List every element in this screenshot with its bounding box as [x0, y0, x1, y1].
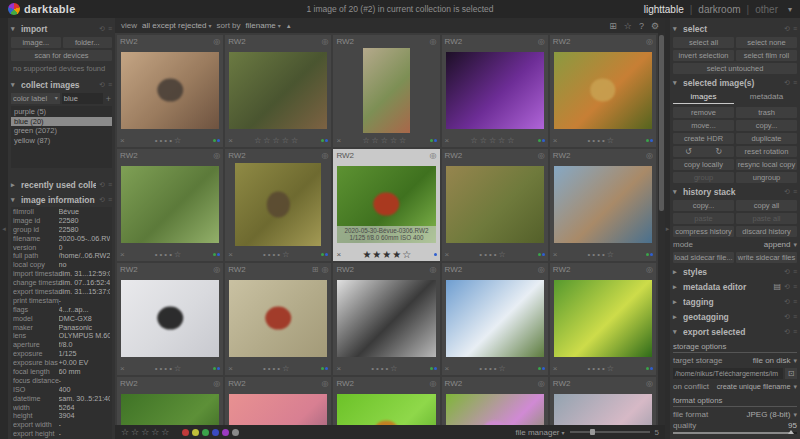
discard-history-button[interactable]: discard history [736, 226, 797, 237]
grouping-icon[interactable]: ◎ [430, 37, 437, 46]
grouping-icon[interactable]: ◎ [646, 379, 653, 388]
export-path-input[interactable]: /home/nikus/Téléchargements/im [673, 368, 783, 379]
collection-item[interactable]: yellow (87) [11, 136, 112, 146]
reset-icon[interactable]: ⟲ [99, 181, 105, 189]
create-hdr-button[interactable]: create HDR [673, 133, 734, 144]
collection-item[interactable]: green (2072) [11, 126, 112, 136]
thumbnail[interactable]: RW2◎×••••☆ [550, 35, 656, 147]
grouping-icon[interactable]: ◎ [646, 265, 653, 274]
grouping-icon[interactable]: ◎ [213, 151, 220, 160]
reset-icon[interactable]: ⟲ [99, 196, 105, 204]
grouping-icon[interactable]: ◎ [213, 265, 220, 274]
grid-group-icon[interactable]: ⊞ [312, 265, 319, 274]
zoom-slider[interactable] [570, 431, 650, 433]
panel-header-geotagging[interactable]: ▸geotagging⟲≡ [673, 310, 797, 323]
paste-all-button[interactable]: paste all [736, 213, 797, 224]
trash-button[interactable]: trash [736, 107, 797, 118]
write-sidecar-files-button[interactable]: write sidecar files [736, 252, 797, 263]
rating-filter-stars[interactable]: ☆☆☆☆☆ [121, 427, 171, 437]
star-rating[interactable]: ☆☆☆☆☆ [449, 136, 538, 145]
color-filter-dot[interactable] [192, 429, 199, 436]
star-rating[interactable]: ••••☆ [233, 364, 322, 373]
color-filter-dot[interactable] [202, 429, 209, 436]
collect-value-input[interactable]: blue [62, 93, 103, 104]
color-filter-dot[interactable] [232, 429, 239, 436]
select-all-button[interactable]: select all [673, 37, 734, 48]
group-button[interactable]: group [673, 172, 734, 183]
move-button[interactable]: move... [673, 120, 734, 131]
thumbnail[interactable]: RW2◎×☆☆☆☆☆ [225, 35, 331, 147]
panel-header-export-selected[interactable]: ▾export selected⟲≡ [673, 325, 797, 338]
rotate-cw-button[interactable]: ↻ [704, 146, 735, 157]
grouping-icon[interactable]: ◎ [538, 37, 545, 46]
presets-icon[interactable]: ≡ [793, 268, 797, 275]
reset-rotation-button[interactable]: reset rotation [736, 146, 797, 157]
thumbnail[interactable]: RW2◎×••••☆ [117, 149, 223, 261]
panel-header-recently-used-collections[interactable]: ▸recently used collections⟲≡ [11, 178, 112, 191]
presets-icon[interactable]: ≡ [108, 81, 112, 88]
zoom-slider-thumb[interactable] [590, 429, 595, 435]
star-rating[interactable]: ☆☆☆☆☆ [233, 136, 322, 145]
tab-images[interactable]: images [673, 91, 734, 104]
panel-header-image-information[interactable]: ▾image information⟲≡ [11, 193, 112, 206]
collection-item[interactable]: blue (20) [11, 117, 112, 127]
presets-icon[interactable]: ≡ [793, 25, 797, 32]
thumbnail[interactable]: RW2◎×••••☆ [442, 149, 548, 261]
panel-header-selected-images[interactable]: ▾selected image(s)⟲≡ [673, 76, 797, 89]
reset-icon[interactable]: ⟲ [784, 313, 790, 321]
star-rating[interactable]: ••••☆ [557, 136, 646, 145]
star-rating[interactable]: ••••☆ [557, 364, 646, 373]
target-storage-dropdown[interactable]: file on disk [753, 356, 791, 365]
thumbnail[interactable]: RW2◎×••••☆ [550, 149, 656, 261]
load-sidecar-file-button[interactable]: load sidecar file... [673, 252, 734, 263]
import-folder-button[interactable]: folder... [63, 37, 113, 48]
scan-for-devices-button[interactable]: scan for devices [11, 50, 112, 61]
star-rating[interactable]: ••••☆ [557, 250, 646, 259]
grid-scrollbar[interactable] [658, 33, 665, 425]
reset-icon[interactable]: ⟲ [784, 328, 790, 336]
presets-icon[interactable]: ≡ [108, 181, 112, 188]
copy-all-button[interactable]: copy all [736, 200, 797, 211]
thumbnail[interactable]: RW2⊞◎×••••☆ [225, 263, 331, 375]
scrollbar-thumb[interactable] [659, 35, 664, 211]
invert-selection-button[interactable]: invert selection [673, 50, 734, 61]
reset-icon[interactable]: ⟲ [784, 283, 790, 291]
grouping-icon[interactable]: ◎ [646, 37, 653, 46]
thumbnail-selected[interactable]: RW2◎2020-05-30-Bévue-0306.RW21/125 f/8.0… [333, 149, 439, 261]
grouping-icon[interactable]: ◎ [321, 379, 328, 388]
file-format-dropdown[interactable]: JPEG (8-bit) [746, 410, 790, 419]
help-icon[interactable]: ? [639, 21, 644, 31]
thumbnail[interactable]: RW2◎×••••☆ [442, 263, 548, 375]
panel-header-import[interactable]: ▾import⟲≡ [11, 22, 112, 35]
grouping-icon[interactable]: ◎ [538, 265, 545, 274]
ungroup-button[interactable]: ungroup [736, 172, 797, 183]
overlays-star-icon[interactable]: ☆ [624, 21, 632, 31]
star-rating[interactable]: ••••☆ [125, 250, 214, 259]
grouping-icon[interactable]: ◎ [538, 151, 545, 160]
reset-icon[interactable]: ⟲ [784, 188, 790, 196]
layout-dropdown[interactable]: file manager ▾ [516, 428, 565, 437]
grouping-icon[interactable]: ◎ [321, 37, 328, 46]
thumbnail[interactable]: RW2◎×••••☆ [550, 263, 656, 375]
thumbnail[interactable]: RW2◎×☆☆☆☆☆ [333, 35, 439, 147]
view-filter-dropdown[interactable]: all except rejected ▾ [142, 21, 212, 30]
resync-local-copy-button[interactable]: resync local copy [736, 159, 797, 170]
reset-icon[interactable]: ⟲ [784, 25, 790, 33]
rotate-ccw-button[interactable]: ↺ [673, 146, 704, 157]
reset-icon[interactable]: ⟲ [784, 268, 790, 276]
presets-icon[interactable]: ≡ [793, 313, 797, 320]
mode-value-dropdown[interactable]: append [764, 240, 791, 249]
left-panel-collapse-handle[interactable]: ◂ [0, 18, 8, 439]
panel-header-tagging[interactable]: ▸tagging⟲≡ [673, 295, 797, 308]
panel-header-select[interactable]: ▾select⟲≡ [673, 22, 797, 35]
thumbnail[interactable]: RW2◎×••••☆ [333, 377, 439, 425]
collection-item[interactable]: purple (5) [11, 107, 112, 117]
presets-icon[interactable]: ≡ [793, 298, 797, 305]
folder-browse-icon[interactable]: ⊡ [785, 368, 797, 379]
thumbnail[interactable]: RW2◎×••••☆ [225, 149, 331, 261]
reset-icon[interactable]: ⟲ [99, 81, 105, 89]
reset-icon[interactable]: ⟲ [784, 79, 790, 87]
presets-icon[interactable]: ≡ [793, 283, 797, 290]
copy-button[interactable]: copy... [673, 200, 734, 211]
star-rating[interactable]: ••••☆ [125, 364, 214, 373]
